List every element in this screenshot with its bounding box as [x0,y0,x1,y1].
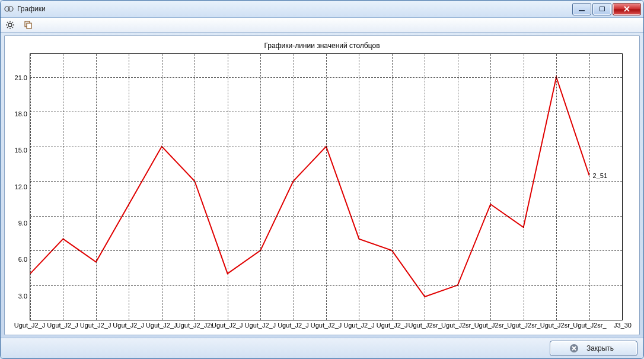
minimize-button[interactable] [572,3,591,15]
x-tick-label: Ugut_J2sr_ [573,322,606,329]
window-title: Графики [17,5,46,13]
x-tick-label: Ugut_J2_J2s [176,322,213,329]
x-tick-label: Ugut_J2_J [14,322,46,329]
x-tick-label: Ugut_J2sr_ [409,322,442,329]
app-window: Графики [0,0,644,359]
close-button[interactable]: Закрыть [550,341,637,356]
x-tick-label: Ugut_J2_J [377,322,408,329]
x-tick-label: Ugut_J2_J [311,322,342,329]
copy-icon[interactable] [23,20,33,30]
titlebar[interactable]: Графики [1,1,643,18]
chart-annotation: 2_51 [593,172,607,179]
svg-line-9 [7,22,8,23]
x-tick-label: Ugut_J2_J [278,322,309,329]
svg-point-4 [8,23,12,27]
svg-rect-14 [27,23,31,28]
svg-line-11 [12,22,14,23]
y-tick-label: 15.0 [15,147,27,154]
y-tick-label: 6.0 [18,256,27,263]
x-tick-label: J3_30 [614,322,632,329]
x-tick-label: Ugut_J2_J [113,322,144,329]
y-axis: 3.06.09.012.015.018.021.0 [9,53,30,332]
x-tick-label: Ugut_J2_J [47,322,78,329]
y-tick-label: 3.0 [18,293,27,300]
x-tick-label: Ugut_J2sr_ [474,322,508,329]
window-close-button[interactable] [613,3,641,15]
footer: Закрыть [1,338,643,358]
y-tick-label: 12.0 [15,183,27,190]
window-buttons [572,3,641,15]
x-axis: Ugut_J2_JUgut_J2_JUgut_J2_JUgut_J2_JUgut… [30,320,623,332]
svg-point-1 [8,7,13,11]
y-tick-label: 9.0 [18,220,27,227]
x-tick-label: Ugut_J2_J [80,322,111,329]
y-tick-label: 21.0 [15,74,27,81]
toolbar [1,18,643,33]
gear-icon[interactable] [5,20,15,30]
y-tick-label: 18.0 [15,110,27,117]
app-icon [4,4,14,14]
svg-line-10 [12,27,14,28]
x-tick-label: Ugut_J2_J [146,322,177,329]
x-tick-label: Ugut_J2_J [212,322,243,329]
maximize-button[interactable] [592,3,611,15]
svg-line-12 [7,27,8,28]
chart-title: Графики-линии значений столбцов [5,36,639,53]
x-tick-label: Ugut_J2_J [343,322,375,329]
chart-panel: Графики-линии значений столбцов 3.06.09.… [4,35,640,335]
x-tick-label: Ugut_J2sr_ [441,322,474,329]
x-tick-label: Ugut_J2sr_ [507,322,540,329]
close-icon [570,344,578,352]
plot-area[interactable]: 2_51 [30,53,623,320]
x-tick-label: Ugut_J2_J [245,322,276,329]
close-button-label: Закрыть [586,344,614,352]
x-tick-label: Ugut_J2sr_ [540,322,573,329]
